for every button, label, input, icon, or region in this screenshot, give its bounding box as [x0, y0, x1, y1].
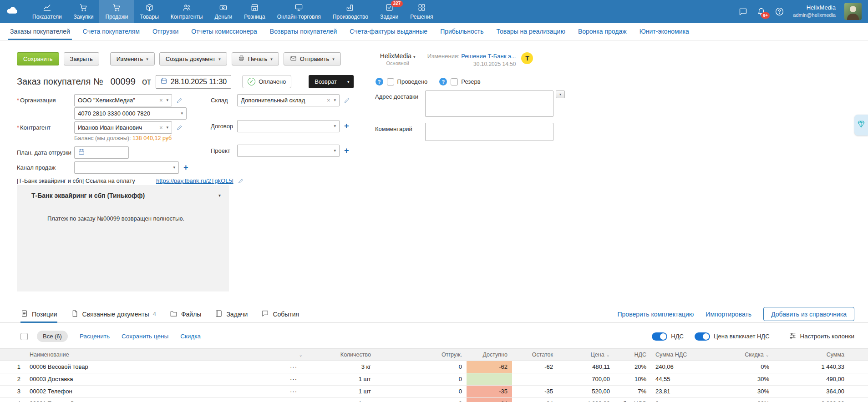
discount-cell[interactable]: 30% [706, 373, 774, 385]
tab-commissioner-reports[interactable]: Отчеты комиссионера [185, 23, 264, 40]
chat-icon[interactable] [738, 7, 748, 16]
qty-cell[interactable]: 1 шт [307, 373, 376, 385]
document-date-input[interactable]: 28.10.2025 11:30 [156, 75, 231, 89]
tab-customer-invoices[interactable]: Счета покупателям [76, 23, 146, 40]
col-header-stock[interactable]: Остаток [512, 348, 558, 361]
product-link[interactable]: 00002 Телефон [25, 385, 280, 397]
clear-icon[interactable]: × [327, 97, 330, 104]
organization-switcher[interactable]: HelixMedia▾ Основной [380, 52, 416, 66]
table-row[interactable]: 4 00001 Тестовый товар ··· 1 шт 0 -34 -3… [0, 397, 868, 402]
filter-all-pill[interactable]: Все (6) [37, 331, 68, 342]
project-select[interactable]: ▾ [237, 145, 340, 157]
comment-textarea[interactable] [425, 123, 553, 141]
reprice-link[interactable]: Расценить [80, 333, 110, 340]
col-header-price[interactable]: Цена⌄ [558, 348, 614, 361]
product-link[interactable]: 00001 Тестовый товар [25, 397, 280, 402]
table-row[interactable]: 2 00003 Доставка ··· 1 шт 0 700,00 10% 4… [0, 373, 868, 385]
col-header-sum[interactable]: Сумма [774, 348, 849, 361]
qty-cell[interactable]: 1 шт [307, 385, 376, 397]
notifications-bell-icon[interactable]: 9+ [756, 7, 766, 16]
col-header-available[interactable]: Доступно [467, 348, 512, 361]
close-button[interactable]: Закрыть [64, 52, 99, 65]
col-header-vat[interactable]: НДС [614, 348, 651, 361]
tab-unit-economics[interactable]: Юнит-экономика [633, 23, 695, 40]
price-cell[interactable]: 700,00 [558, 373, 614, 385]
edit-dropdown-button[interactable]: Изменить▾ [110, 52, 155, 65]
vat-cell[interactable]: без НДС [614, 397, 651, 402]
warehouse-select[interactable]: Дополнительный склад × ▾ [237, 94, 340, 106]
user-menu[interactable]: HelixMedia admin@helixmedia [793, 4, 836, 18]
nav-item-tasks[interactable]: 327 Задачи [374, 0, 404, 23]
column-menu-caret[interactable]: ⌄ [280, 348, 307, 361]
add-project-icon[interactable]: + [344, 146, 349, 155]
col-header-name[interactable]: Наименование [25, 348, 280, 361]
tab-profitability[interactable]: Прибыльность [434, 23, 490, 40]
sales-channel-select[interactable]: ▾ [74, 161, 179, 174]
edit-warehouse-icon[interactable] [344, 97, 350, 104]
held-checkbox[interactable] [387, 78, 394, 85]
price-cell[interactable]: 520,00 [558, 385, 614, 397]
delivery-address-textarea[interactable] [425, 90, 553, 117]
save-prices-link[interactable]: Сохранить цены [122, 333, 168, 340]
col-header-discount[interactable]: Скидка⌄ [706, 348, 774, 361]
nav-item-online-trade[interactable]: Онлайн-торговля [271, 0, 327, 23]
tab-goods-for-sale[interactable]: Товары на реализацию [490, 23, 572, 40]
nav-item-counterparties[interactable]: Контрагенты [165, 0, 209, 23]
tab-shipments[interactable]: Отгрузки [146, 23, 185, 40]
tab-linked-documents[interactable]: Связанные документы 4 [71, 306, 156, 322]
col-header-qty[interactable]: Количество [307, 348, 376, 361]
org-account-select[interactable]: 4070 2810 3330 0000 7820 ▾ [74, 107, 187, 120]
tab-sales-funnel[interactable]: Воронка продаж [572, 23, 633, 40]
print-dropdown-button[interactable]: Печать▾ [232, 52, 279, 65]
discount-cell[interactable]: 30% [706, 397, 774, 402]
tab-events[interactable]: События [261, 306, 299, 322]
table-row[interactable]: 1 00006 Весовой товар ··· 3 кг 0 -62 -62… [0, 361, 868, 373]
held-help-icon[interactable]: ? [376, 78, 383, 85]
vat-toggle[interactable] [652, 332, 667, 341]
check-completeness-link[interactable]: Проверить комплектацию [618, 311, 694, 318]
document-number[interactable]: 00099 [110, 76, 136, 87]
tab-positions[interactable]: Позиции [20, 306, 57, 322]
discount-cell[interactable]: 0% [706, 361, 774, 373]
edit-organization-icon[interactable] [176, 97, 183, 104]
app-logo[interactable] [0, 0, 26, 23]
row-menu-button[interactable]: ··· [280, 373, 307, 385]
tab-tasks[interactable]: Задачи [215, 306, 248, 322]
nav-item-products[interactable]: Товары [134, 0, 165, 23]
select-all-checkbox[interactable] [20, 333, 28, 340]
avatar[interactable] [844, 3, 862, 20]
add-contract-icon[interactable]: + [344, 122, 349, 130]
organization-select[interactable]: ООО "ХеликсМедиа" × ▾ [74, 94, 172, 106]
discount-link[interactable]: Скидка [180, 333, 201, 340]
col-header-vat-sum[interactable]: Сумма НДС [651, 348, 706, 361]
tab-issued-invoices[interactable]: Счета-фактуры выданные [343, 23, 434, 40]
nav-item-sales[interactable]: Продажи [99, 0, 134, 23]
vat-cell[interactable]: 10% [614, 373, 651, 385]
price-cell[interactable]: 480,11 [558, 361, 614, 373]
tbank-logo[interactable]: Т [521, 52, 533, 64]
edit-counterparty-icon[interactable] [176, 124, 183, 131]
counterparty-select[interactable]: Иванов Иван Иванович × ▾ [74, 121, 172, 134]
discount-cell[interactable]: 30% [706, 385, 774, 397]
vat-cell[interactable]: 7% [614, 385, 651, 397]
paid-status-badge[interactable]: ✓ Оплачено [242, 75, 291, 88]
price-cell[interactable]: 4 600,00 [558, 397, 614, 402]
edit-payment-link-icon[interactable] [238, 177, 244, 184]
send-dropdown-button[interactable]: Отправить▾ [284, 52, 341, 65]
table-row[interactable]: 3 00002 Телефон ··· 1 шт 0 -35 -35 520,0… [0, 385, 868, 397]
collapse-widget-icon[interactable]: ▾ [218, 193, 221, 198]
changes-link[interactable]: Решение Т-Банк э... [461, 53, 516, 60]
qty-cell[interactable]: 1 шт [307, 397, 376, 402]
promo-gift-button[interactable] [854, 115, 868, 136]
clear-icon[interactable]: × [159, 124, 163, 131]
nav-item-solutions[interactable]: Решения [404, 0, 439, 23]
reserve-checkbox[interactable] [451, 78, 458, 85]
row-menu-button[interactable]: ··· [280, 361, 307, 373]
qty-cell[interactable]: 3 кг [307, 361, 376, 373]
return-dropdown-button[interactable]: Возврат ▾ [309, 75, 353, 88]
import-link[interactable]: Импортировать [706, 311, 751, 318]
expand-address-button[interactable]: ▾ [556, 90, 565, 98]
payment-link[interactable]: https://pay.tbank.ru/2TgkOL5l [156, 177, 233, 184]
create-document-dropdown-button[interactable]: Создать документ▾ [159, 52, 227, 65]
help-icon[interactable] [775, 7, 784, 16]
